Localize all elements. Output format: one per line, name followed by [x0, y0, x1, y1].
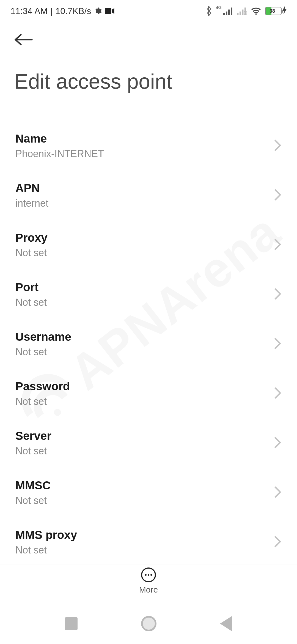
- row-label: Username: [15, 330, 274, 343]
- chevron-right-icon: [274, 139, 282, 152]
- row-value: Not set: [15, 396, 274, 407]
- status-net-speed: 10.7KB/s: [56, 6, 91, 16]
- row-label: Port: [15, 281, 274, 294]
- row-value: Not set: [15, 544, 274, 556]
- status-bar: 11:34 AM | 10.7KB/s 4G 38: [0, 0, 297, 22]
- row-username[interactable]: Username Not set: [0, 319, 297, 369]
- chevron-right-icon: [274, 238, 282, 252]
- row-label: Server: [15, 429, 274, 443]
- svg-rect-8: [242, 10, 243, 15]
- svg-rect-2: [223, 13, 225, 15]
- gear-icon: [94, 7, 102, 15]
- row-label: Name: [15, 132, 274, 145]
- chevron-right-icon: [274, 486, 282, 499]
- row-label: MMSC: [15, 479, 274, 492]
- back-button[interactable]: [14, 42, 34, 47]
- chevron-right-icon: [274, 189, 282, 202]
- row-server[interactable]: Server Not set: [0, 418, 297, 468]
- more-icon: [141, 567, 156, 582]
- row-apn[interactable]: APN internet: [0, 171, 297, 220]
- row-label: Password: [15, 380, 274, 393]
- row-label: APN: [15, 182, 274, 195]
- nav-recent-button[interactable]: [65, 617, 78, 630]
- row-value: internet: [15, 198, 274, 209]
- row-label: MMS proxy: [15, 528, 274, 542]
- row-value: Not set: [15, 297, 274, 308]
- chevron-right-icon: [274, 288, 282, 301]
- svg-rect-5: [231, 7, 232, 15]
- settings-list: Name Phoenix-INTERNET APN internet Proxy…: [0, 121, 297, 564]
- svg-point-12: [255, 13, 257, 15]
- camera-icon: [105, 7, 115, 15]
- status-time: 11:34 AM: [10, 6, 48, 16]
- bottom-action-bar: More: [0, 564, 297, 597]
- status-separator: |: [50, 6, 53, 16]
- row-label: Proxy: [15, 231, 274, 244]
- signal-none-icon: [237, 7, 247, 15]
- bluetooth-icon: [205, 6, 212, 16]
- chevron-right-icon: [274, 387, 282, 400]
- row-port[interactable]: Port Not set: [0, 270, 297, 319]
- network-badge: 4G: [216, 5, 222, 10]
- row-mmsc[interactable]: MMSC Not set: [0, 468, 297, 517]
- row-proxy[interactable]: Proxy Not set: [0, 220, 297, 270]
- battery-level: 38: [265, 8, 280, 14]
- chevron-right-icon: [274, 337, 282, 351]
- row-value: Not set: [15, 495, 274, 506]
- row-mms-proxy[interactable]: MMS proxy Not set: [0, 517, 297, 564]
- battery-indicator: 38: [265, 6, 287, 16]
- row-password[interactable]: Password Not set: [0, 369, 297, 418]
- system-nav-bar: [0, 603, 297, 644]
- more-button[interactable]: More: [139, 567, 158, 594]
- page-title: Edit access point: [14, 69, 172, 93]
- svg-rect-6: [237, 13, 238, 15]
- signal-strong-icon: [223, 7, 233, 15]
- svg-rect-7: [240, 12, 241, 15]
- wifi-icon: [251, 7, 261, 15]
- row-value: Phoenix-INTERNET: [15, 148, 274, 160]
- row-value: Not set: [15, 445, 274, 457]
- nav-home-button[interactable]: [141, 616, 156, 631]
- more-label: More: [139, 585, 158, 594]
- svg-rect-3: [226, 12, 227, 15]
- chevron-right-icon: [274, 536, 282, 549]
- charging-icon: [282, 6, 287, 16]
- row-value: Not set: [15, 346, 274, 358]
- row-value: Not set: [15, 247, 274, 259]
- chevron-right-icon: [274, 436, 282, 450]
- svg-rect-4: [228, 10, 230, 15]
- nav-back-button[interactable]: [220, 616, 232, 631]
- svg-rect-1: [105, 8, 111, 14]
- row-name[interactable]: Name Phoenix-INTERNET: [0, 121, 297, 171]
